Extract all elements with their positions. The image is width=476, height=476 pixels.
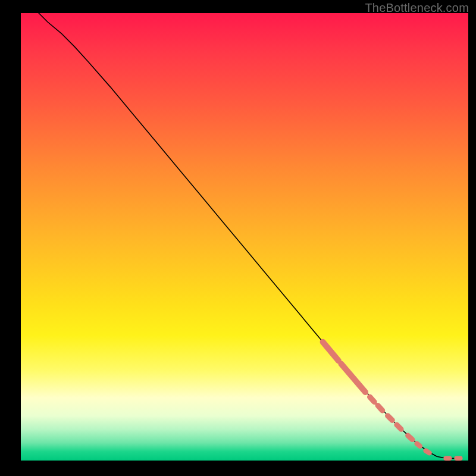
dot-cluster (397, 425, 402, 430)
dot-cluster (426, 451, 430, 453)
dot-cluster (378, 406, 383, 411)
dot-cluster (408, 436, 413, 440)
dot-cluster (388, 416, 393, 421)
dot-cluster (417, 443, 420, 446)
dot-cluster (370, 397, 375, 402)
chart-stage: TheBottleneck.com (0, 0, 476, 476)
dot-cluster (323, 342, 339, 361)
dot-cluster (341, 364, 365, 392)
curve-line (39, 13, 459, 458)
plot-area (21, 13, 468, 461)
data-dots (323, 342, 461, 459)
chart-svg (21, 13, 468, 461)
